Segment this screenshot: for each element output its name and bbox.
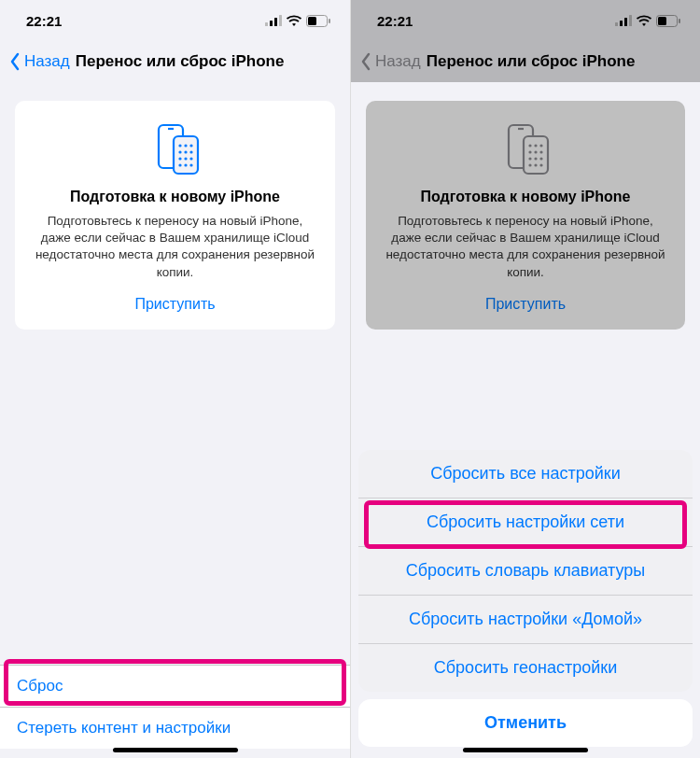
svg-rect-22 (615, 22, 618, 26)
svg-point-14 (184, 150, 187, 153)
svg-point-13 (178, 150, 181, 153)
svg-point-35 (528, 150, 531, 153)
battery-icon (656, 15, 681, 27)
chevron-left-icon (9, 52, 21, 71)
page-title: Перенос или сброс iPhone (427, 52, 636, 71)
wifi-icon (636, 15, 652, 27)
card-description: Подготовьтесь к переносу на новый iPhone… (381, 213, 670, 281)
status-bar: 22:21 (0, 0, 350, 41)
devices-icon (30, 123, 320, 175)
svg-rect-27 (658, 17, 666, 25)
cellular-icon (615, 15, 632, 26)
back-button[interactable]: Назад (9, 52, 70, 71)
sheet-reset-all[interactable]: Сбросить все настройки (358, 450, 693, 498)
svg-point-16 (178, 157, 181, 160)
svg-point-15 (189, 150, 192, 153)
erase-row[interactable]: Стереть контент и настройки (0, 708, 350, 749)
svg-rect-1 (270, 21, 273, 26)
card-title: Подготовка к новому iPhone (30, 189, 320, 205)
svg-rect-6 (329, 19, 330, 23)
screen-reset-sheet: 22:21 Назад Перенос или сброс iPhone (350, 0, 700, 758)
get-started-button[interactable]: Приступить (30, 296, 320, 313)
svg-point-41 (528, 163, 531, 166)
svg-rect-0 (265, 22, 268, 26)
svg-rect-2 (274, 18, 277, 26)
page-title: Перенос или сброс iPhone (76, 52, 285, 71)
battery-icon (306, 15, 331, 27)
prepare-card: Подготовка к новому iPhone Подготовьтесь… (366, 101, 685, 330)
prepare-card: Подготовка к новому iPhone Подготовьтесь… (15, 101, 335, 330)
wifi-icon (286, 15, 302, 27)
svg-point-19 (178, 163, 181, 166)
svg-point-38 (528, 157, 531, 160)
sheet-reset-home[interactable]: Сбросить настройки «Домой» (358, 596, 693, 644)
status-time: 22:21 (26, 13, 62, 29)
svg-rect-25 (629, 15, 632, 26)
svg-point-42 (534, 163, 537, 166)
card-title: Подготовка к новому iPhone (381, 189, 670, 205)
sheet-reset-location[interactable]: Сбросить геонастройки (358, 644, 693, 692)
svg-rect-28 (679, 19, 680, 23)
svg-point-33 (534, 144, 537, 147)
back-label: Назад (375, 52, 421, 71)
cellular-icon (265, 15, 282, 26)
devices-icon (381, 123, 670, 175)
sheet-reset-keyboard[interactable]: Сбросить словарь клавиатуры (358, 547, 693, 596)
svg-point-39 (534, 157, 537, 160)
back-label: Назад (24, 52, 70, 71)
card-description: Подготовьтесь к переносу на новый iPhone… (30, 213, 320, 281)
nav-bar: Назад Перенос или сброс iPhone (0, 41, 350, 82)
status-bar: 22:21 (351, 0, 700, 41)
svg-point-10 (178, 144, 181, 147)
back-button[interactable]: Назад (360, 52, 421, 71)
svg-point-34 (539, 144, 542, 147)
svg-rect-5 (308, 17, 316, 25)
svg-rect-24 (624, 18, 627, 26)
svg-rect-3 (279, 15, 282, 26)
status-indicators (265, 15, 331, 27)
nav-bar: Назад Перенос или сброс iPhone (351, 41, 700, 82)
bottom-list: Сброс Стереть контент и настройки (0, 665, 350, 749)
content: Подготовка к новому iPhone Подготовьтесь… (0, 82, 350, 330)
svg-point-21 (189, 163, 192, 166)
svg-rect-31 (524, 136, 548, 174)
get-started-button[interactable]: Приступить (381, 296, 670, 313)
sheet-reset-network[interactable]: Сбросить настройки сети (358, 498, 693, 547)
sheet-options: Сбросить все настройки Сбросить настройк… (358, 450, 693, 692)
svg-point-37 (539, 150, 542, 153)
home-indicator[interactable] (463, 748, 588, 752)
svg-rect-23 (620, 21, 623, 26)
svg-point-43 (539, 163, 542, 166)
svg-point-20 (184, 163, 187, 166)
svg-point-36 (534, 150, 537, 153)
sheet-cancel-button[interactable]: Отменить (358, 699, 693, 747)
svg-point-32 (528, 144, 531, 147)
svg-point-17 (184, 157, 187, 160)
status-indicators (615, 15, 681, 27)
action-sheet: Сбросить все настройки Сбросить настройк… (358, 450, 693, 747)
content: Подготовка к новому iPhone Подготовьтесь… (351, 82, 700, 330)
svg-point-18 (189, 157, 192, 160)
screen-settings-reset: 22:21 Назад Перенос или сброс iPhone (0, 0, 350, 758)
svg-rect-9 (174, 136, 198, 174)
svg-point-11 (184, 144, 187, 147)
svg-point-12 (189, 144, 192, 147)
svg-point-40 (539, 157, 542, 160)
chevron-left-icon (360, 52, 371, 71)
home-indicator[interactable] (113, 748, 238, 752)
reset-row[interactable]: Сброс (0, 666, 350, 708)
status-time: 22:21 (377, 13, 413, 29)
